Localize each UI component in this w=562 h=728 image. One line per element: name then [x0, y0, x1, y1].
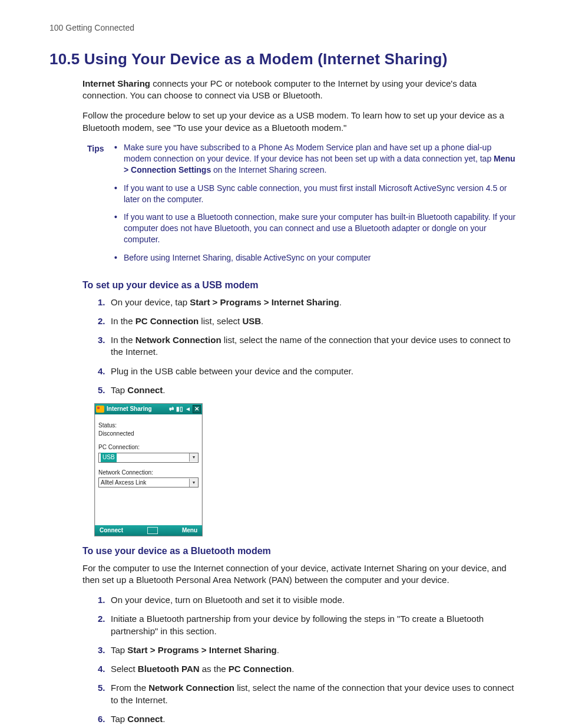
step-text: Initiate a Bluetooth partnership from yo…	[111, 614, 484, 635]
page-title: 10.5 Using Your Device as a Modem (Inter…	[49, 49, 521, 70]
intro-strong: Internet Sharing	[82, 78, 150, 88]
pc-connection-select: USB ▾	[98, 453, 199, 463]
step-strong: Start > Programs > Internet Sharing	[190, 297, 339, 307]
volume-icon: ◄	[184, 406, 191, 413]
step-text: .	[261, 316, 263, 326]
tip-item: If you want to use a Bluetooth connectio…	[113, 212, 521, 245]
step-number: 5.	[98, 384, 105, 396]
tip-text: on the Internet Sharing screen.	[211, 165, 326, 174]
step-text: Tap	[111, 714, 127, 724]
document-page: 100 Getting Connected 10.5 Using Your De…	[0, 0, 562, 728]
step-text: Tap	[111, 645, 127, 655]
step-number: 1.	[98, 594, 105, 606]
pc-connection-value: USB	[101, 453, 117, 462]
step-strong: Connect	[127, 714, 163, 724]
step-number: 1.	[98, 297, 105, 308]
bluetooth-intro: For the computer to use the Internet con…	[82, 562, 521, 587]
usb-steps: 1. On your device, tap Start > Programs …	[82, 297, 521, 397]
keyboard-icon	[147, 527, 158, 534]
step-text: Tap	[111, 385, 127, 395]
list-item: 4. Plug in the USB cable between your de…	[98, 365, 521, 377]
step-number: 3.	[98, 334, 105, 346]
device-screenshot: Internet Sharing ⇄ ▮▯ ◄ ✕ Status: Discon…	[94, 403, 203, 536]
connect-softkey: Connect	[100, 526, 123, 535]
list-item: 3. Tap Start > Programs > Internet Shari…	[98, 644, 521, 656]
step-number: 3.	[98, 644, 105, 656]
running-header: 100 Getting Connected	[49, 22, 521, 34]
step-strong: Start > Programs > Internet Sharing	[127, 645, 276, 655]
screenshot-body: Status: Disconnected PC Connection: USB …	[95, 414, 202, 525]
intro-paragraph-2: Follow the procedure below to set up you…	[82, 110, 521, 134]
step-number: 4.	[98, 663, 105, 675]
network-connection-label: Network Connection:	[98, 469, 199, 477]
list-item: 3. In the Network Connection list, selec…	[98, 334, 521, 358]
list-item: 6. Tap Connect.	[98, 713, 521, 725]
tips-label: Tips	[87, 142, 113, 154]
body-content: Internet Sharing connects your PC or not…	[82, 78, 521, 728]
screenshot-footer: Connect Menu	[95, 525, 202, 536]
step-text: In the	[111, 335, 135, 345]
tip-text: If you want to use a USB Sync cable conn…	[124, 183, 507, 204]
step-text: .	[163, 714, 165, 724]
tip-item: Make sure you have subscribed to a Phone…	[113, 142, 521, 176]
step-text: Select	[111, 664, 138, 674]
step-text: .	[277, 645, 279, 655]
start-icon	[96, 406, 104, 413]
step-text: Plug in the USB cable between your devic…	[111, 366, 353, 376]
intro-paragraph-1: Internet Sharing connects your PC or not…	[82, 78, 521, 102]
list-item: 5. From the Network Connection list, sel…	[98, 682, 521, 706]
tips-list: Make sure you have subscribed to a Phone…	[113, 142, 521, 271]
network-connection-select: Alltel Axcess Link ▾	[98, 477, 199, 487]
list-item: 2. Initiate a Bluetooth partnership from…	[98, 613, 521, 637]
pc-connection-field: PC Connection: USB ▾	[98, 443, 199, 463]
pc-connection-label: PC Connection:	[98, 443, 199, 452]
step-text: On your device, tap	[111, 297, 190, 307]
tip-text: Before using Internet Sharing, disable A…	[124, 253, 371, 262]
connectivity-icon: ⇄	[168, 406, 175, 413]
signal-icon: ▮▯	[176, 406, 183, 413]
chevron-down-icon: ▾	[189, 453, 198, 462]
step-text: list, select	[199, 316, 242, 326]
chevron-down-icon: ▾	[189, 479, 198, 487]
step-number: 2.	[98, 315, 105, 327]
tip-item: Before using Internet Sharing, disable A…	[113, 252, 521, 263]
bluetooth-heading: To use your device as a Bluetooth modem	[82, 545, 521, 558]
close-icon: ✕	[193, 405, 201, 413]
network-connection-field: Network Connection: Alltel Axcess Link ▾	[98, 469, 199, 488]
step-text: .	[292, 664, 294, 674]
menu-softkey: Menu	[182, 526, 197, 535]
screenshot-titlebar: Internet Sharing ⇄ ▮▯ ◄ ✕	[95, 404, 202, 414]
network-connection-value: Alltel Axcess Link	[101, 479, 146, 487]
step-number: 5.	[98, 682, 105, 694]
step-number: 4.	[98, 365, 105, 377]
step-strong: Bluetooth PAN	[138, 664, 200, 674]
step-strong: PC Connection	[229, 664, 292, 674]
step-strong: Network Connection	[135, 335, 222, 345]
tip-text: Make sure you have subscribed to a Phone…	[124, 143, 494, 163]
list-item: 1. On your device, turn on Bluetooth and…	[98, 594, 521, 606]
tip-text: If you want to use a Bluetooth connectio…	[124, 212, 515, 244]
step-strong: Connect	[127, 385, 163, 395]
screenshot-title: Internet Sharing	[107, 405, 152, 413]
status-value: Disconnected	[98, 430, 199, 438]
step-strong: Network Connection	[148, 683, 234, 693]
list-item: 2. In the PC Connection list, select USB…	[98, 315, 521, 327]
step-number: 2.	[98, 613, 105, 625]
step-text: .	[339, 297, 342, 307]
step-text: On your device, turn on Bluetooth and se…	[111, 595, 345, 605]
tip-item: If you want to use a USB Sync cable conn…	[113, 183, 521, 205]
list-item: 5. Tap Connect.	[98, 384, 521, 396]
step-text: From the	[111, 683, 148, 693]
status-label: Status:	[98, 421, 199, 430]
bluetooth-steps: 1. On your device, turn on Bluetooth and…	[82, 594, 521, 728]
tips-block: Tips Make sure you have subscribed to a …	[87, 142, 521, 271]
step-text: In the	[111, 316, 135, 326]
step-number: 6.	[98, 713, 105, 725]
step-text: as the	[200, 664, 229, 674]
step-strong: PC Connection	[135, 316, 199, 326]
usb-heading: To set up your device as a USB modem	[82, 279, 521, 292]
list-item: 1. On your device, tap Start > Programs …	[98, 297, 521, 308]
list-item: 4. Select Bluetooth PAN as the PC Connec…	[98, 663, 521, 675]
step-strong: USB	[242, 316, 261, 326]
step-text: .	[163, 385, 165, 395]
